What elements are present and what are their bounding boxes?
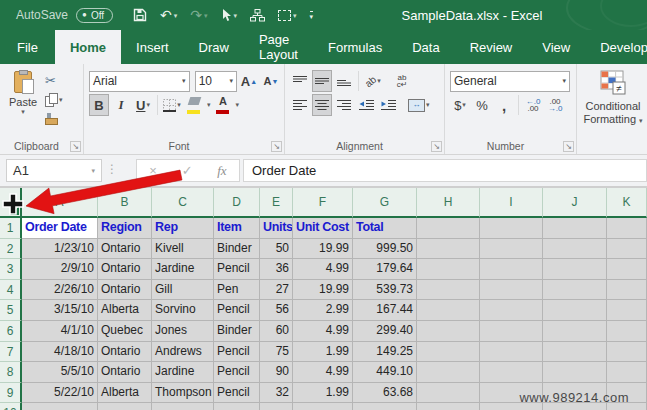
middle-align-button[interactable] bbox=[312, 70, 332, 92]
cell-D7[interactable]: Pencil bbox=[214, 342, 260, 363]
align-left-button[interactable] bbox=[290, 94, 310, 116]
cell-F8[interactable]: 4.99 bbox=[293, 362, 353, 383]
cell-B3[interactable]: Ontario bbox=[98, 259, 152, 280]
cell-D4[interactable]: Pen bbox=[214, 280, 260, 301]
cell-G4[interactable]: 539.73 bbox=[353, 280, 417, 301]
decrease-indent-button[interactable] bbox=[356, 94, 376, 116]
column-header-H[interactable]: H bbox=[417, 188, 480, 218]
cell-J6[interactable] bbox=[543, 321, 607, 342]
cell-I2[interactable] bbox=[480, 239, 543, 260]
cell-F6[interactable]: 4.99 bbox=[293, 321, 353, 342]
font-name-combobox[interactable]: Arial ▾ bbox=[89, 71, 190, 92]
cell-E6[interactable]: 60 bbox=[260, 321, 293, 342]
cell-D3[interactable]: Pencil bbox=[214, 259, 260, 280]
orientation-button[interactable]: ab ▾ bbox=[363, 70, 383, 92]
alignment-dialog-launcher[interactable]: ↘ bbox=[431, 141, 442, 152]
cell-J4[interactable] bbox=[543, 280, 607, 301]
cell-G5[interactable]: 167.44 bbox=[353, 300, 417, 321]
cell-B1[interactable]: Region bbox=[98, 218, 152, 239]
cell-A6[interactable]: 4/1/10 bbox=[22, 321, 98, 342]
cell-I3[interactable] bbox=[480, 259, 543, 280]
row-header-1[interactable]: 1 bbox=[0, 218, 22, 239]
cell-G1[interactable]: Total bbox=[353, 218, 417, 239]
cell-F1[interactable]: Unit Cost bbox=[293, 218, 353, 239]
row-header-4[interactable]: 4 bbox=[0, 280, 22, 301]
cell-H5[interactable] bbox=[417, 300, 480, 321]
increase-decimal-button[interactable]: ←.0.00 bbox=[523, 94, 543, 116]
tab-developer[interactable]: Developer bbox=[585, 30, 647, 64]
font-color-button[interactable]: A bbox=[213, 94, 234, 116]
cell-F3[interactable]: 4.99 bbox=[293, 259, 353, 280]
cell-B10[interactable] bbox=[98, 403, 152, 410]
increase-indent-button[interactable] bbox=[378, 94, 398, 116]
column-header-B[interactable]: B bbox=[98, 188, 152, 218]
cell-C6[interactable]: Jones bbox=[152, 321, 214, 342]
cell-E4[interactable]: 27 bbox=[260, 280, 293, 301]
cell-C9[interactable]: Thompson bbox=[152, 383, 214, 404]
paste-button[interactable]: Paste ▾ bbox=[5, 69, 41, 133]
cell-C3[interactable]: Jardine bbox=[152, 259, 214, 280]
cell-K7[interactable] bbox=[607, 342, 647, 363]
column-header-E[interactable]: E bbox=[260, 188, 293, 218]
cell-J3[interactable] bbox=[543, 259, 607, 280]
cell-A10[interactable] bbox=[22, 403, 98, 410]
touch-mouse-mode-button[interactable]: ▾ bbox=[221, 9, 238, 22]
tab-view[interactable]: View bbox=[527, 30, 585, 64]
cell-F5[interactable]: 2.99 bbox=[293, 300, 353, 321]
conditional-formatting-button[interactable]: ≠ Conditional Formatting ▾ bbox=[577, 64, 647, 154]
cell-H2[interactable] bbox=[417, 239, 480, 260]
font-size-combobox[interactable]: 10 ▾ bbox=[195, 71, 237, 92]
cell-A2[interactable]: 1/23/10 bbox=[22, 239, 98, 260]
column-header-I[interactable]: I bbox=[480, 188, 543, 218]
cell-D5[interactable]: Pencil bbox=[214, 300, 260, 321]
cell-D2[interactable]: Binder bbox=[214, 239, 260, 260]
cell-A3[interactable]: 2/9/10 bbox=[22, 259, 98, 280]
cell-K2[interactable] bbox=[607, 239, 647, 260]
cell-J1[interactable] bbox=[543, 218, 607, 239]
cell-C2[interactable]: Kivell bbox=[152, 239, 214, 260]
tab-home[interactable]: Home bbox=[55, 30, 121, 64]
cell-E8[interactable]: 90 bbox=[260, 362, 293, 383]
cell-H6[interactable] bbox=[417, 321, 480, 342]
cell-H1[interactable] bbox=[417, 218, 480, 239]
cut-button[interactable]: ✂ bbox=[45, 72, 63, 89]
cell-F4[interactable]: 19.99 bbox=[293, 280, 353, 301]
tab-file[interactable]: File bbox=[0, 30, 55, 64]
row-header-9[interactable]: 9 bbox=[0, 383, 22, 404]
cell-I4[interactable] bbox=[480, 280, 543, 301]
cell-H8[interactable] bbox=[417, 362, 480, 383]
cell-I8[interactable] bbox=[480, 362, 543, 383]
cell-E9[interactable]: 32 bbox=[260, 383, 293, 404]
cancel-button[interactable]: × bbox=[149, 163, 157, 178]
cell-C10[interactable] bbox=[152, 403, 214, 410]
cell-A7[interactable]: 4/18/10 bbox=[22, 342, 98, 363]
cell-D10[interactable] bbox=[214, 403, 260, 410]
cell-F10[interactable] bbox=[293, 403, 353, 410]
cell-H10[interactable] bbox=[417, 403, 480, 410]
tab-draw[interactable]: Draw bbox=[184, 30, 244, 64]
cell-G3[interactable]: 179.64 bbox=[353, 259, 417, 280]
row-header-10[interactable]: 10 bbox=[0, 403, 22, 410]
selection-button[interactable]: ▾ bbox=[278, 10, 297, 21]
increase-font-size-button[interactable]: A▲ bbox=[239, 70, 259, 92]
cell-B7[interactable]: Ontario bbox=[98, 342, 152, 363]
cell-J7[interactable] bbox=[543, 342, 607, 363]
cell-C1[interactable]: Rep bbox=[152, 218, 214, 239]
cell-C5[interactable]: Sorvino bbox=[152, 300, 214, 321]
autosave-toggle[interactable]: ● Off bbox=[76, 8, 113, 23]
cell-H7[interactable] bbox=[417, 342, 480, 363]
cell-G6[interactable]: 299.40 bbox=[353, 321, 417, 342]
decrease-font-size-button[interactable]: A▼ bbox=[261, 70, 281, 92]
bold-button[interactable]: B bbox=[89, 94, 109, 116]
cell-F7[interactable]: 1.99 bbox=[293, 342, 353, 363]
column-header-D[interactable]: D bbox=[214, 188, 260, 218]
tab-page-layout[interactable]: Page Layout bbox=[244, 30, 313, 64]
cell-H9[interactable] bbox=[417, 383, 480, 404]
cell-K1[interactable] bbox=[607, 218, 647, 239]
cell-J2[interactable] bbox=[543, 239, 607, 260]
cell-F9[interactable]: 1.99 bbox=[293, 383, 353, 404]
center-button[interactable] bbox=[312, 94, 332, 116]
cell-I6[interactable] bbox=[480, 321, 543, 342]
borders-button[interactable]: ▾ bbox=[162, 94, 182, 116]
cell-H3[interactable] bbox=[417, 259, 480, 280]
